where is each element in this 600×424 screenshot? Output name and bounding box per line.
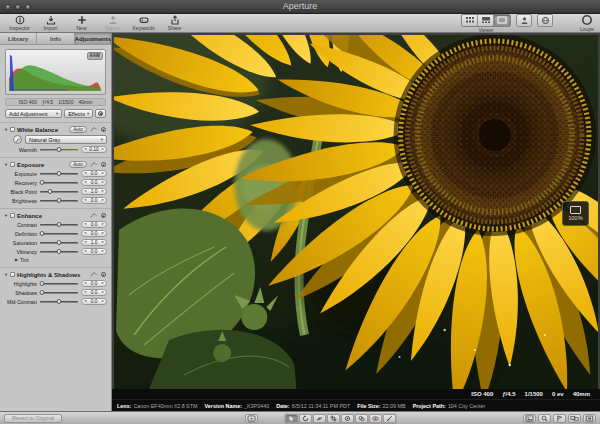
disclosure-triangle-icon[interactable]: ▼ — [4, 273, 8, 277]
slider-thumb[interactable] — [39, 281, 44, 286]
curves-preset-icon[interactable] — [89, 126, 97, 133]
highlights-shadows-action-button[interactable] — [99, 271, 107, 278]
stepper-left-icon[interactable]: ◂ — [84, 299, 86, 304]
stepper-right-icon[interactable]: ▸ — [102, 299, 104, 304]
mid-contrast-slider[interactable] — [40, 301, 78, 303]
white-balance-action-button[interactable] — [99, 126, 107, 133]
slider-thumb[interactable] — [39, 290, 44, 295]
stepper-right-icon[interactable]: ▸ — [102, 180, 104, 185]
stepper-left-icon[interactable]: ◂ — [84, 147, 86, 152]
photo-sunflower[interactable] — [114, 35, 598, 389]
saturation-slider[interactable] — [40, 242, 78, 244]
zoom-viewer-button[interactable] — [538, 414, 551, 423]
stepper-right-icon[interactable]: ▸ — [102, 171, 104, 176]
exposure-action-button[interactable] — [99, 161, 107, 168]
fullscreen-button[interactable] — [583, 414, 596, 423]
stepper-right-icon[interactable]: ▸ — [102, 249, 104, 254]
slider-thumb[interactable] — [57, 198, 62, 203]
places-view-button[interactable] — [537, 14, 553, 27]
stepper-left-icon[interactable]: ◂ — [84, 290, 86, 295]
show-master-button[interactable] — [523, 414, 536, 423]
spot-patch-tool-button[interactable] — [341, 414, 354, 423]
tint-disclosure[interactable]: ▶ Tint — [4, 256, 107, 264]
highlights-shadows-checkbox[interactable] — [10, 272, 15, 277]
stepper-right-icon[interactable]: ▸ — [102, 290, 104, 295]
brightness-stepper[interactable]: ◂ 0.0 ▸ — [81, 197, 107, 204]
tab-info[interactable]: Info — [37, 33, 74, 44]
secondary-display-button[interactable] — [568, 414, 581, 423]
slider-thumb[interactable] — [57, 171, 62, 176]
exposure-slider[interactable] — [40, 173, 78, 175]
add-adjustment-dropdown[interactable]: Add Adjustment ▾ — [5, 109, 62, 118]
stepper-right-icon[interactable]: ▸ — [102, 147, 104, 152]
stepper-left-icon[interactable]: ◂ — [84, 198, 86, 203]
slider-thumb[interactable] — [57, 249, 62, 254]
flag-button[interactable] — [553, 414, 566, 423]
stepper-left-icon[interactable]: ◂ — [84, 231, 86, 236]
minimize-window-button[interactable] — [15, 4, 21, 10]
exposure-checkbox[interactable] — [10, 162, 15, 167]
close-window-button[interactable] — [5, 4, 11, 10]
name-faces-button[interactable]: Name — [99, 15, 126, 31]
exposure-stepper[interactable]: ◂ 0.0 ▸ — [81, 170, 107, 177]
stepper-left-icon[interactable]: ◂ — [84, 249, 86, 254]
slider-thumb[interactable] — [57, 240, 62, 245]
highlights-slider[interactable] — [40, 283, 78, 285]
shadows-slider[interactable] — [40, 292, 78, 294]
warmth-slider[interactable] — [40, 149, 78, 151]
effects-dropdown[interactable]: Effects ▾ — [64, 109, 93, 118]
browser-mode-button[interactable] — [462, 15, 478, 26]
tab-library[interactable]: Library — [0, 33, 37, 44]
saturation-stepper[interactable]: ◂ 1.0 ▸ — [81, 239, 107, 246]
stepper-left-icon[interactable]: ◂ — [84, 240, 86, 245]
disclosure-triangle-icon[interactable]: ▼ — [4, 128, 8, 132]
red-eye-tool-button[interactable] — [369, 414, 382, 423]
slider-thumb[interactable] — [57, 299, 62, 304]
white-balance-mode-dropdown[interactable]: Natural Gray ▾ — [25, 135, 107, 144]
stepper-right-icon[interactable]: ▸ — [102, 189, 104, 194]
keywords-button[interactable]: Keywords — [130, 15, 157, 31]
disclosure-triangle-icon[interactable]: ▼ — [4, 214, 8, 218]
zoom-window-button[interactable] — [25, 4, 31, 10]
enhance-checkbox[interactable] — [10, 213, 15, 218]
curves-preset-icon[interactable] — [89, 161, 97, 168]
warmth-stepper[interactable]: ◂ 0.10 ▸ — [81, 146, 107, 153]
disclosure-triangle-icon[interactable]: ▼ — [4, 163, 8, 167]
brush-tool-button[interactable] — [383, 414, 396, 423]
exposure-auto-button[interactable]: Auto — [69, 161, 87, 168]
definition-stepper[interactable]: ◂ 0.0 ▸ — [81, 230, 107, 237]
rotate-tool-button[interactable] — [299, 414, 312, 423]
slider-thumb[interactable] — [57, 147, 62, 152]
definition-slider[interactable] — [40, 233, 78, 235]
white-balance-checkbox[interactable] — [10, 127, 15, 132]
stepper-right-icon[interactable]: ▸ — [102, 231, 104, 236]
contrast-stepper[interactable]: ◂ 0.0 ▸ — [81, 221, 107, 228]
import-button[interactable]: Import — [37, 15, 64, 31]
recovery-slider[interactable] — [40, 182, 78, 184]
stepper-left-icon[interactable]: ◂ — [84, 180, 86, 185]
white-balance-auto-button[interactable]: Auto — [69, 126, 87, 133]
brightness-slider[interactable] — [40, 200, 78, 202]
stepper-left-icon[interactable]: ◂ — [84, 171, 86, 176]
slider-thumb[interactable] — [39, 180, 44, 185]
zoom-level-badge[interactable]: 100% — [562, 201, 589, 226]
shadows-stepper[interactable]: ◂ 0.0 ▸ — [81, 289, 107, 296]
selection-tool-button[interactable] — [285, 414, 298, 423]
adjustment-action-button[interactable] — [95, 109, 106, 118]
slider-thumb[interactable] — [39, 231, 44, 236]
stepper-left-icon[interactable]: ◂ — [84, 222, 86, 227]
white-balance-eyedropper-button[interactable] — [13, 135, 22, 144]
inspector-button[interactable]: Inspector — [6, 15, 33, 31]
lift-stamp-tool-button[interactable] — [355, 414, 368, 423]
mid-contrast-stepper[interactable]: ◂ 0.0 ▸ — [81, 298, 107, 305]
stepper-right-icon[interactable]: ▸ — [102, 240, 104, 245]
split-view-button[interactable] — [478, 15, 494, 26]
crop-tool-button[interactable] — [327, 414, 340, 423]
stepper-right-icon[interactable]: ▸ — [102, 281, 104, 286]
recovery-stepper[interactable]: ◂ 0.0 ▸ — [81, 179, 107, 186]
revert-to-original-button[interactable]: Revert to Original — [4, 414, 62, 423]
curves-preset-icon[interactable] — [89, 271, 97, 278]
stepper-right-icon[interactable]: ▸ — [102, 222, 104, 227]
share-button[interactable]: Share — [161, 15, 188, 31]
adjustments-hud-button[interactable] — [245, 414, 258, 423]
